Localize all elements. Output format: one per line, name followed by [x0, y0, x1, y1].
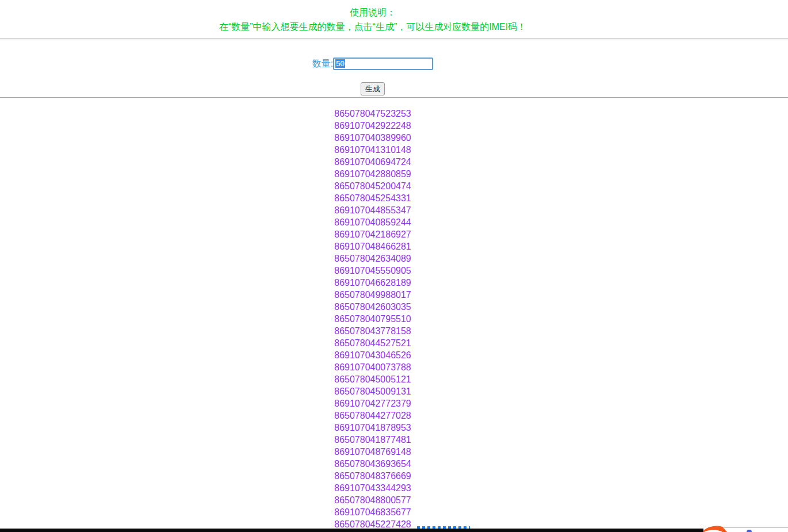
selected-input-text: 50: [335, 59, 345, 68]
imei-link[interactable]: 869107043046526: [0, 349, 745, 361]
imei-link[interactable]: 869107048769148: [0, 446, 745, 458]
imei-link[interactable]: 865078045005121: [0, 373, 745, 385]
imei-link[interactable]: 865078045254331: [0, 192, 745, 204]
imei-link[interactable]: 865078043778158: [0, 325, 745, 337]
imei-link[interactable]: 869107044855347: [0, 204, 745, 216]
imei-link[interactable]: 865078048376669: [0, 470, 745, 482]
top-divider: [0, 39, 788, 40]
quantity-input[interactable]: 50: [333, 58, 433, 70]
quantity-label: 数量:: [312, 58, 333, 70]
imei-link[interactable]: 869107043344293: [0, 482, 745, 494]
imei-link[interactable]: 869107041878953: [0, 422, 745, 434]
imei-link[interactable]: 869107042772379: [0, 397, 745, 409]
imei-link[interactable]: 869107040859244: [0, 216, 745, 228]
imei-link[interactable]: 869107042922248: [0, 120, 745, 132]
imei-link[interactable]: 865078044527521: [0, 337, 745, 349]
imei-link[interactable]: 865078043693654: [0, 458, 745, 470]
imei-list: 8650780475232538691070429222488691070403…: [0, 108, 745, 532]
imei-link[interactable]: 865078049988017: [0, 289, 745, 301]
imei-link[interactable]: 865078042634089: [0, 252, 745, 265]
imei-link[interactable]: 865078044277028: [0, 409, 745, 422]
instructions-title: 使用说明：: [0, 5, 745, 20]
imei-link[interactable]: 869107046628189: [0, 277, 745, 289]
imei-link[interactable]: 869107041310148: [0, 144, 745, 156]
generate-button[interactable]: 生成: [361, 82, 385, 95]
imei-link[interactable]: 865078047523253: [0, 108, 745, 120]
orange-logo-fragment: [702, 525, 730, 532]
generator-form: 数量:50 生成: [0, 58, 745, 95]
imei-link[interactable]: 865078040795510: [0, 313, 745, 325]
imei-link[interactable]: 869107045550905: [0, 265, 745, 277]
imei-link[interactable]: 869107040694724: [0, 156, 745, 168]
usage-instructions: 使用说明： 在“数量”中输入想要生成的数量，点击“生成”，可以生成对应数量的IM…: [0, 0, 745, 34]
imei-link[interactable]: 865078041877481: [0, 434, 745, 446]
imei-link[interactable]: 869107042880859: [0, 168, 745, 180]
imei-link[interactable]: 869107040389960: [0, 132, 745, 144]
imei-link[interactable]: 869107046835677: [0, 506, 745, 518]
instructions-body: 在“数量”中输入想要生成的数量，点击“生成”，可以生成对应数量的IMEI码！: [0, 20, 745, 34]
imei-link[interactable]: 869107042186927: [0, 228, 745, 240]
imei-link[interactable]: 869107040073788: [0, 361, 745, 373]
imei-link[interactable]: 865078048800577: [0, 494, 745, 506]
imei-link[interactable]: 865078042603035: [0, 301, 745, 313]
blue-icon-fragment: [747, 530, 752, 532]
imei-link[interactable]: 869107048466281: [0, 240, 745, 252]
bottom-divider: [0, 97, 788, 98]
imei-link[interactable]: 865078045200474: [0, 180, 745, 192]
imei-link[interactable]: 865078045009131: [0, 385, 745, 397]
bottom-window-edge: [0, 529, 703, 532]
